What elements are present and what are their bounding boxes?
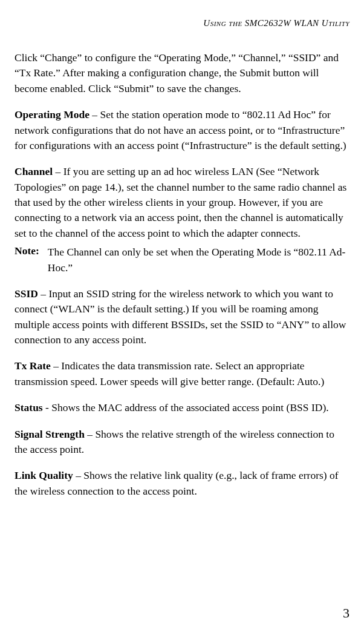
operating-mode-paragraph: Operating Mode – Set the station operati…	[15, 107, 349, 153]
signal-strength-title: Signal Strength	[15, 428, 85, 440]
signal-strength-paragraph: Signal Strength – Shows the relative str…	[15, 427, 349, 458]
channel-body: – If you are setting up an ad hoc wirele…	[15, 165, 346, 239]
channel-title: Channel	[15, 165, 53, 177]
link-quality-paragraph: Link Quality – Shows the relative link q…	[15, 468, 349, 499]
status-paragraph: Status - Shows the MAC address of the as…	[15, 400, 349, 415]
tx-rate-title: Tx Rate	[15, 360, 51, 372]
intro-paragraph: Click “Change” to configure the “Operati…	[15, 50, 349, 96]
page-number: 3	[343, 605, 349, 621]
operating-mode-title: Operating Mode	[15, 108, 89, 120]
channel-paragraph: Channel – If you are setting up an ad ho…	[15, 164, 349, 241]
ssid-paragraph: SSID – Input an SSID string for the wire…	[15, 286, 349, 348]
note-row: Note: The Channel can only be set when t…	[15, 245, 349, 275]
ssid-title: SSID	[15, 288, 38, 300]
status-body: - Shows the MAC address of the associate…	[43, 401, 329, 413]
ssid-body: – Input an SSID string for the wireless …	[15, 288, 346, 346]
status-title: Status	[15, 401, 43, 413]
running-head: Using the SMC2632W WLAN Utility	[15, 18, 349, 28]
link-quality-title: Link Quality	[15, 469, 73, 481]
document-page: Using the SMC2632W WLAN Utility Click “C…	[0, 0, 364, 632]
note-label: Note:	[15, 245, 39, 275]
note-body: The Channel can only be set when the Ope…	[48, 245, 349, 275]
tx-rate-body: – Indicates the data transmission rate. …	[15, 360, 324, 387]
tx-rate-paragraph: Tx Rate – Indicates the data transmissio…	[15, 358, 349, 389]
